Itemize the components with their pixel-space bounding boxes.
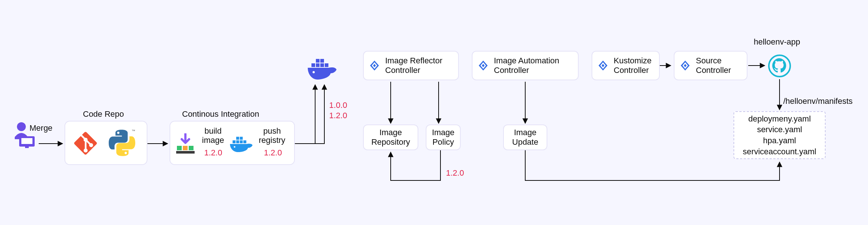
git-icon	[74, 132, 97, 155]
github-icon	[768, 55, 791, 77]
manifest-file: deploymeny.yaml	[748, 113, 811, 124]
manifests-card: deploymeny.yaml service.yaml hpa.yaml se…	[733, 111, 826, 159]
flux-icon	[680, 60, 691, 71]
image-reflector-controller-label: Image Reflector Controller	[385, 56, 442, 75]
image-automation-controller-label: Image Automation Controller	[494, 56, 559, 75]
code-repo-title: Code Repo	[83, 109, 124, 119]
docker-registry-icon	[308, 57, 337, 80]
image-automation-controller-card: Image Automation Controller	[472, 51, 579, 80]
source-controller-card: Source Controller	[674, 51, 747, 80]
push-registry-label: push registry	[259, 126, 285, 145]
manifest-file: serviceaccount.yaml	[743, 146, 816, 157]
svg-rect-25	[311, 63, 315, 67]
svg-rect-20	[240, 140, 243, 143]
registry-versions: 1.0.0 1.2.0	[329, 100, 347, 120]
svg-rect-27	[320, 63, 324, 67]
build-version: 1.2.0	[204, 148, 222, 158]
image-reflector-controller-card: Image Reflector Controller	[363, 51, 459, 80]
svg-rect-21	[236, 137, 239, 140]
manifests-path-label: /helloenv/manifests	[783, 96, 853, 106]
kustomize-controller-label: Kustomize Controller	[614, 56, 652, 75]
svg-rect-30	[320, 59, 324, 63]
svg-point-24	[234, 146, 235, 148]
svg-point-10	[17, 122, 26, 131]
svg-rect-28	[325, 63, 328, 67]
flux-icon	[369, 60, 380, 71]
svg-rect-12	[21, 138, 32, 144]
svg-rect-13	[25, 147, 29, 148]
svg-rect-29	[316, 59, 320, 63]
svg-rect-19	[236, 140, 239, 143]
image-update-card: Image Update	[503, 124, 547, 150]
svg-rect-17	[176, 151, 195, 154]
svg-rect-16	[189, 146, 194, 150]
svg-rect-23	[243, 140, 246, 143]
svg-rect-26	[316, 63, 320, 67]
kustomize-controller-card: Kustomize Controller	[592, 51, 660, 80]
docker-icon	[230, 135, 253, 152]
build-image-label: build image	[202, 126, 224, 145]
code-repo-card: ™	[65, 121, 147, 165]
image-policy-card: Image Policy	[426, 124, 461, 150]
app-name-label: helloenv-app	[754, 37, 800, 47]
source-controller-label: Source Controller	[696, 56, 731, 75]
python-icon	[109, 130, 135, 156]
svg-rect-22	[240, 137, 243, 140]
ci-title: Continous Integration	[182, 109, 259, 119]
svg-rect-14	[177, 146, 182, 150]
manifest-file: service.yaml	[757, 124, 802, 135]
svg-point-31	[313, 71, 315, 73]
merge-label: Merge	[29, 123, 52, 133]
image-repository-card: Image Repository	[363, 124, 418, 150]
build-icon	[176, 133, 195, 155]
flux-icon	[597, 60, 609, 71]
svg-rect-15	[183, 146, 188, 150]
flux-icon	[478, 60, 489, 71]
policy-version: 1.2.0	[446, 168, 464, 178]
push-version: 1.2.0	[264, 148, 282, 158]
manifest-file: hpa.yaml	[763, 135, 796, 146]
svg-rect-18	[233, 140, 236, 143]
